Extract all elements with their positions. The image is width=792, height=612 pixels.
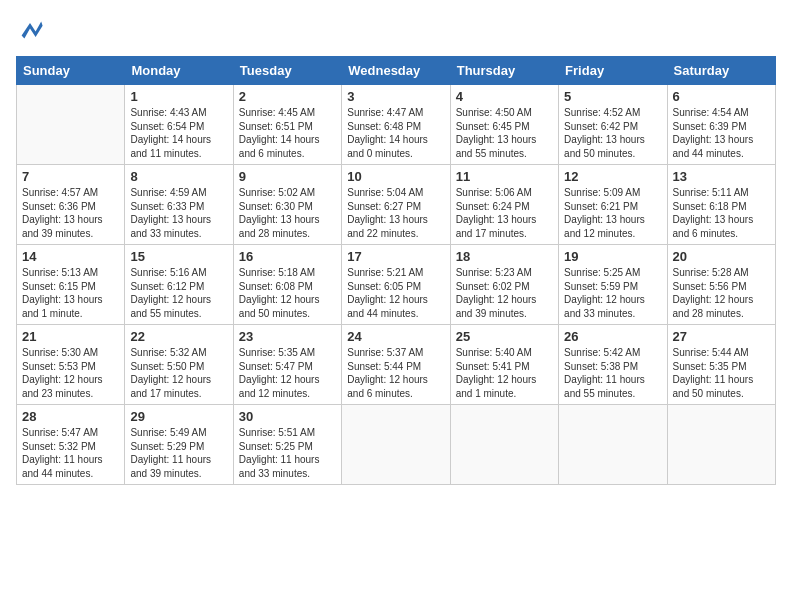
calendar-cell: 24Sunrise: 5:37 AMSunset: 5:44 PMDayligh… xyxy=(342,325,450,405)
calendar-week-4: 21Sunrise: 5:30 AMSunset: 5:53 PMDayligh… xyxy=(17,325,776,405)
cell-info: Sunrise: 5:25 AMSunset: 5:59 PMDaylight:… xyxy=(564,266,661,320)
calendar-week-5: 28Sunrise: 5:47 AMSunset: 5:32 PMDayligh… xyxy=(17,405,776,485)
cell-info: Sunrise: 5:11 AMSunset: 6:18 PMDaylight:… xyxy=(673,186,770,240)
cell-date: 17 xyxy=(347,249,444,264)
calendar-cell: 3Sunrise: 4:47 AMSunset: 6:48 PMDaylight… xyxy=(342,85,450,165)
calendar-cell: 17Sunrise: 5:21 AMSunset: 6:05 PMDayligh… xyxy=(342,245,450,325)
cell-date: 7 xyxy=(22,169,119,184)
calendar-cell: 13Sunrise: 5:11 AMSunset: 6:18 PMDayligh… xyxy=(667,165,775,245)
cell-info: Sunrise: 5:42 AMSunset: 5:38 PMDaylight:… xyxy=(564,346,661,400)
calendar-cell: 5Sunrise: 4:52 AMSunset: 6:42 PMDaylight… xyxy=(559,85,667,165)
cell-info: Sunrise: 5:09 AMSunset: 6:21 PMDaylight:… xyxy=(564,186,661,240)
calendar-cell: 9Sunrise: 5:02 AMSunset: 6:30 PMDaylight… xyxy=(233,165,341,245)
calendar-week-2: 7Sunrise: 4:57 AMSunset: 6:36 PMDaylight… xyxy=(17,165,776,245)
cell-date: 26 xyxy=(564,329,661,344)
calendar-cell xyxy=(17,85,125,165)
calendar-cell: 21Sunrise: 5:30 AMSunset: 5:53 PMDayligh… xyxy=(17,325,125,405)
day-header-wednesday: Wednesday xyxy=(342,57,450,85)
cell-date: 12 xyxy=(564,169,661,184)
cell-date: 14 xyxy=(22,249,119,264)
cell-info: Sunrise: 4:59 AMSunset: 6:33 PMDaylight:… xyxy=(130,186,227,240)
cell-date: 19 xyxy=(564,249,661,264)
cell-info: Sunrise: 4:52 AMSunset: 6:42 PMDaylight:… xyxy=(564,106,661,160)
calendar-cell: 7Sunrise: 4:57 AMSunset: 6:36 PMDaylight… xyxy=(17,165,125,245)
day-header-row: SundayMondayTuesdayWednesdayThursdayFrid… xyxy=(17,57,776,85)
cell-info: Sunrise: 5:35 AMSunset: 5:47 PMDaylight:… xyxy=(239,346,336,400)
cell-info: Sunrise: 4:50 AMSunset: 6:45 PMDaylight:… xyxy=(456,106,553,160)
day-header-saturday: Saturday xyxy=(667,57,775,85)
cell-date: 8 xyxy=(130,169,227,184)
calendar-cell: 23Sunrise: 5:35 AMSunset: 5:47 PMDayligh… xyxy=(233,325,341,405)
cell-date: 6 xyxy=(673,89,770,104)
cell-info: Sunrise: 4:54 AMSunset: 6:39 PMDaylight:… xyxy=(673,106,770,160)
cell-info: Sunrise: 5:47 AMSunset: 5:32 PMDaylight:… xyxy=(22,426,119,480)
calendar-week-3: 14Sunrise: 5:13 AMSunset: 6:15 PMDayligh… xyxy=(17,245,776,325)
cell-info: Sunrise: 5:23 AMSunset: 6:02 PMDaylight:… xyxy=(456,266,553,320)
calendar-cell: 28Sunrise: 5:47 AMSunset: 5:32 PMDayligh… xyxy=(17,405,125,485)
cell-info: Sunrise: 5:49 AMSunset: 5:29 PMDaylight:… xyxy=(130,426,227,480)
calendar-body: 1Sunrise: 4:43 AMSunset: 6:54 PMDaylight… xyxy=(17,85,776,485)
cell-date: 1 xyxy=(130,89,227,104)
calendar-cell: 12Sunrise: 5:09 AMSunset: 6:21 PMDayligh… xyxy=(559,165,667,245)
cell-date: 20 xyxy=(673,249,770,264)
cell-info: Sunrise: 5:02 AMSunset: 6:30 PMDaylight:… xyxy=(239,186,336,240)
calendar-cell: 19Sunrise: 5:25 AMSunset: 5:59 PMDayligh… xyxy=(559,245,667,325)
calendar-cell: 15Sunrise: 5:16 AMSunset: 6:12 PMDayligh… xyxy=(125,245,233,325)
cell-info: Sunrise: 4:45 AMSunset: 6:51 PMDaylight:… xyxy=(239,106,336,160)
cell-date: 22 xyxy=(130,329,227,344)
logo-bird-icon xyxy=(16,16,44,44)
day-header-sunday: Sunday xyxy=(17,57,125,85)
cell-date: 16 xyxy=(239,249,336,264)
calendar-cell: 14Sunrise: 5:13 AMSunset: 6:15 PMDayligh… xyxy=(17,245,125,325)
calendar-cell: 4Sunrise: 4:50 AMSunset: 6:45 PMDaylight… xyxy=(450,85,558,165)
cell-date: 27 xyxy=(673,329,770,344)
calendar-cell: 25Sunrise: 5:40 AMSunset: 5:41 PMDayligh… xyxy=(450,325,558,405)
cell-info: Sunrise: 5:32 AMSunset: 5:50 PMDaylight:… xyxy=(130,346,227,400)
calendar-cell: 6Sunrise: 4:54 AMSunset: 6:39 PMDaylight… xyxy=(667,85,775,165)
cell-info: Sunrise: 5:28 AMSunset: 5:56 PMDaylight:… xyxy=(673,266,770,320)
cell-date: 10 xyxy=(347,169,444,184)
cell-date: 18 xyxy=(456,249,553,264)
day-header-tuesday: Tuesday xyxy=(233,57,341,85)
cell-info: Sunrise: 5:16 AMSunset: 6:12 PMDaylight:… xyxy=(130,266,227,320)
page-header xyxy=(16,16,776,44)
cell-date: 15 xyxy=(130,249,227,264)
calendar-table: SundayMondayTuesdayWednesdayThursdayFrid… xyxy=(16,56,776,485)
cell-date: 23 xyxy=(239,329,336,344)
cell-date: 29 xyxy=(130,409,227,424)
cell-date: 5 xyxy=(564,89,661,104)
calendar-cell: 27Sunrise: 5:44 AMSunset: 5:35 PMDayligh… xyxy=(667,325,775,405)
day-header-thursday: Thursday xyxy=(450,57,558,85)
cell-date: 4 xyxy=(456,89,553,104)
calendar-cell: 8Sunrise: 4:59 AMSunset: 6:33 PMDaylight… xyxy=(125,165,233,245)
calendar-cell: 1Sunrise: 4:43 AMSunset: 6:54 PMDaylight… xyxy=(125,85,233,165)
calendar-cell: 22Sunrise: 5:32 AMSunset: 5:50 PMDayligh… xyxy=(125,325,233,405)
calendar-cell xyxy=(559,405,667,485)
logo xyxy=(16,16,48,44)
cell-date: 3 xyxy=(347,89,444,104)
day-header-friday: Friday xyxy=(559,57,667,85)
cell-info: Sunrise: 4:47 AMSunset: 6:48 PMDaylight:… xyxy=(347,106,444,160)
cell-info: Sunrise: 5:37 AMSunset: 5:44 PMDaylight:… xyxy=(347,346,444,400)
calendar-cell: 10Sunrise: 5:04 AMSunset: 6:27 PMDayligh… xyxy=(342,165,450,245)
cell-info: Sunrise: 5:13 AMSunset: 6:15 PMDaylight:… xyxy=(22,266,119,320)
calendar-header: SundayMondayTuesdayWednesdayThursdayFrid… xyxy=(17,57,776,85)
cell-date: 25 xyxy=(456,329,553,344)
calendar-cell xyxy=(450,405,558,485)
cell-date: 30 xyxy=(239,409,336,424)
calendar-cell: 29Sunrise: 5:49 AMSunset: 5:29 PMDayligh… xyxy=(125,405,233,485)
cell-info: Sunrise: 5:04 AMSunset: 6:27 PMDaylight:… xyxy=(347,186,444,240)
calendar-cell xyxy=(342,405,450,485)
cell-info: Sunrise: 5:06 AMSunset: 6:24 PMDaylight:… xyxy=(456,186,553,240)
calendar-cell: 11Sunrise: 5:06 AMSunset: 6:24 PMDayligh… xyxy=(450,165,558,245)
cell-info: Sunrise: 4:43 AMSunset: 6:54 PMDaylight:… xyxy=(130,106,227,160)
cell-date: 21 xyxy=(22,329,119,344)
cell-date: 11 xyxy=(456,169,553,184)
cell-info: Sunrise: 5:40 AMSunset: 5:41 PMDaylight:… xyxy=(456,346,553,400)
cell-info: Sunrise: 5:21 AMSunset: 6:05 PMDaylight:… xyxy=(347,266,444,320)
calendar-cell: 26Sunrise: 5:42 AMSunset: 5:38 PMDayligh… xyxy=(559,325,667,405)
cell-date: 24 xyxy=(347,329,444,344)
cell-info: Sunrise: 5:44 AMSunset: 5:35 PMDaylight:… xyxy=(673,346,770,400)
cell-date: 2 xyxy=(239,89,336,104)
day-header-monday: Monday xyxy=(125,57,233,85)
